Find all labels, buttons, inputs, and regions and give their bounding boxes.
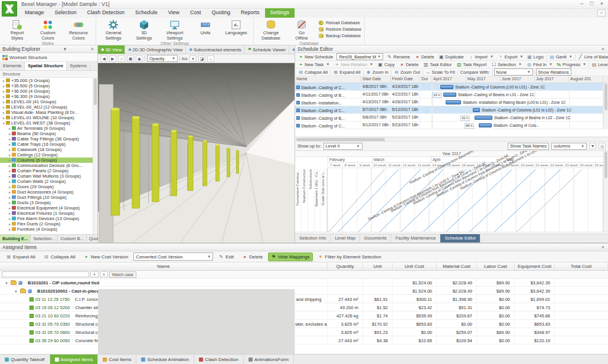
tree-item-curtain-wall-mullions-3-groups[interactable]: ▸Curtain Wall Mullions (3 Groups) bbox=[0, 173, 97, 179]
row-expander-icon[interactable]: ▾ bbox=[14, 289, 18, 293]
menu-tab-settings[interactable]: Settings bbox=[265, 8, 295, 18]
toolbar-button-import[interactable]: ↓Import▼ bbox=[468, 54, 495, 60]
toolbar-button-leveling[interactable]: ▤Leveling▼ bbox=[590, 61, 608, 68]
assigned-item-row[interactable]: 03 15 05 12 5200Chamfer strip, wood, 1.9… bbox=[0, 303, 608, 311]
assigned-toolbar-hide-mappings[interactable]: ⚑Hide Mappings bbox=[268, 252, 312, 261]
tree-item-duct-accessories-4-groups[interactable]: ▸Duct Accessories (4 Groups) bbox=[0, 189, 97, 195]
ribbon-button-restore-database[interactable]: Restore Database bbox=[317, 26, 362, 32]
measure-icon[interactable]: ↔ bbox=[207, 55, 214, 62]
assigned-item-row[interactable]: 03 21 10 60 0220Reinforcing steel, in pl… bbox=[0, 311, 608, 320]
tree-expander-icon[interactable]: ▸ bbox=[8, 174, 12, 178]
tree-expander-icon[interactable]: ▸ bbox=[2, 100, 6, 104]
schedule-task-row[interactable]: Stadium -Installation...4/13/2017 08h4/2… bbox=[295, 99, 608, 106]
tree-item-35-500-5-groups[interactable]: ▸+35.500 (5 Groups) bbox=[0, 83, 97, 88]
tree-expander-icon[interactable]: ▸ bbox=[8, 227, 12, 231]
menu-tab-selection[interactable]: Selection bbox=[50, 8, 82, 18]
tree-item-35-000-3-groups[interactable]: ▸+35.000 (3 Groups) bbox=[0, 78, 97, 83]
tree-item-duct-fittings-10-groups[interactable]: ▸Duct Fittings (10 Groups) bbox=[0, 195, 97, 200]
assigned-column-quantity[interactable]: Quantity bbox=[328, 263, 363, 271]
workset-structure-bar[interactable]: Workset Structure bbox=[0, 53, 97, 62]
schedule-panel-tab-schedule-editor[interactable]: Schedule Editor bbox=[440, 234, 480, 242]
tree-item-fire-alarm-devices-13-groups[interactable]: ▸Fire Alarm Devices (13 Groups) bbox=[0, 216, 97, 221]
explorer-bottom-tab-selection[interactable]: Selection... bbox=[31, 235, 58, 242]
tree-expander-icon[interactable]: ▸ bbox=[8, 195, 12, 199]
assigned-column-material-cost[interactable]: Material Cost bbox=[437, 263, 477, 271]
ribbon-button-resource-colors[interactable]: ResourceColors bbox=[63, 18, 94, 41]
menu-tab-view[interactable]: View bbox=[163, 8, 185, 18]
save-view-icon[interactable]: ▣ bbox=[127, 55, 134, 62]
grid-column-dur[interactable]: Dur bbox=[420, 76, 432, 83]
show-task-names-button[interactable]: Show Task Names bbox=[508, 143, 549, 150]
schedule-task-row[interactable]: Stadium -Casting of B...5/8/2017 08h5/23… bbox=[295, 114, 608, 122]
toolbar-button-logic[interactable]: ▦Logic bbox=[525, 54, 545, 60]
toolbar-button-zoom-in[interactable]: ⊕Zoom In bbox=[365, 69, 390, 76]
tree-item-cable-tray-fittings-36-groups[interactable]: ▸Cable Tray Fittings (36 Groups) bbox=[0, 136, 97, 142]
toolbar-button-new-task[interactable]: +New Task▼ bbox=[297, 61, 331, 68]
assigned-item-row[interactable]: 03 31 05 70 0350Structural concrete, rea… bbox=[0, 320, 608, 328]
columns-combo[interactable]: columns▼ bbox=[551, 143, 587, 150]
explorer-tab-elements[interactable]: Elements bbox=[0, 62, 25, 70]
tree-expander-icon[interactable]: ▸ bbox=[8, 153, 12, 157]
home-view-icon[interactable]: ⌂ bbox=[118, 55, 125, 62]
ribbon-button-reload-database[interactable]: Reload Database bbox=[317, 19, 362, 26]
tree-item-ducts-3-groups[interactable]: ▸Ducts (3 Groups) bbox=[0, 200, 97, 205]
toolbar-button-export[interactable]: ↑Export▼ bbox=[497, 54, 525, 60]
show-up-to-select[interactable]: Level II▼ bbox=[323, 143, 362, 150]
tree-item-level-00-41-groups[interactable]: ▸LEVEL-00 (41 Groups) bbox=[0, 99, 97, 104]
menu-tab-schedule[interactable]: Schedule bbox=[130, 8, 163, 18]
tree-item-ceilings-12-groups[interactable]: ▸Ceilings (12 Groups) bbox=[0, 152, 97, 158]
collapse-ribbon-button[interactable]: ^ bbox=[597, 9, 606, 17]
toolbar-button-find-in[interactable]: ◎Find In▼ bbox=[525, 61, 554, 68]
tree-item-level-01-west-38-groups[interactable]: ▾LEVEL-01 WEST (38 Groups) bbox=[0, 120, 97, 126]
panel-menu-icon[interactable]: ▾ bbox=[63, 46, 68, 52]
assigned-toolbar-filter-by-element-selection[interactable]: ▼Filter by Element Selection bbox=[315, 252, 384, 261]
3d-viewport[interactable] bbox=[98, 63, 295, 242]
tree-expander-icon[interactable]: ▸ bbox=[2, 89, 6, 93]
name-filter-input[interactable] bbox=[2, 271, 89, 277]
opacity-dropdown[interactable]: Opacity▼ bbox=[147, 55, 178, 62]
viewport-tab-subcontracted-elements[interactable]: ◆Subcontracted elements bbox=[186, 45, 244, 54]
app-tab-animationsform[interactable]: AnimationsForm bbox=[244, 355, 294, 364]
tree-expander-icon[interactable]: ▸ bbox=[8, 132, 12, 136]
tree-expander-icon[interactable]: ▸ bbox=[8, 147, 12, 152]
lob-search-icon[interactable]: ◎ bbox=[599, 143, 606, 149]
menu-tab-reports[interactable]: Reports bbox=[236, 8, 265, 18]
toolbar-button-expand-all[interactable]: ⊞Expand All bbox=[332, 69, 361, 76]
app-tab-clash-detection[interactable]: Clash Detection bbox=[194, 355, 243, 364]
camera-icon[interactable]: ◉ bbox=[136, 55, 143, 62]
schedule-panel-tab-level-map[interactable]: Level Map bbox=[331, 234, 360, 242]
viewport-tab-schedule-viewer[interactable]: ⚑Schedule Viewer bbox=[245, 45, 289, 54]
button-show-relations[interactable]: Show Relations bbox=[536, 68, 571, 76]
explorer-bottom-tab-building-e[interactable]: Building E... bbox=[0, 235, 31, 242]
filter-combo-icon[interactable]: ▼ bbox=[90, 271, 99, 277]
viewport-tab-3d-view[interactable]: ◆3D View bbox=[98, 45, 125, 54]
tree-expander-icon[interactable]: ▸ bbox=[8, 217, 12, 221]
fov-settings-icon[interactable]: ▾ bbox=[189, 55, 197, 62]
tree-item-36-300-9-groups[interactable]: ▸+36.300 (9 Groups) bbox=[0, 94, 97, 99]
tree-item-cable-trays-16-groups[interactable]: ▸Cable Trays (16 Groups) bbox=[0, 142, 97, 147]
schedule-panel-tab-selection-info[interactable]: Selection Info bbox=[295, 234, 331, 242]
ribbon-button-3d-settings[interactable]: 3DSettings bbox=[129, 18, 159, 41]
assigned-item-row[interactable]: 03 35 29 60 0050Concrete finishing, wall… bbox=[0, 336, 608, 345]
viewport-tab-2d-3d-orthographic-view[interactable]: ◆2D:3D Orthographic View bbox=[125, 45, 186, 54]
tree-expander-icon[interactable]: ▸ bbox=[8, 126, 12, 130]
tree-expander-icon[interactable]: ▸ bbox=[8, 158, 12, 162]
app-tab-cost-items[interactable]: Cost Items bbox=[98, 355, 136, 364]
tree-expander-icon[interactable]: ▸ bbox=[2, 94, 6, 99]
tree-expander-icon[interactable]: ▸ bbox=[8, 163, 12, 168]
schedule-task-row[interactable]: Stadium -Casting of C...4/8/2017 08h4/19… bbox=[295, 83, 608, 91]
forward-icon[interactable]: ▶ bbox=[109, 55, 116, 62]
schedule-panel-tab-documents[interactable]: Documents bbox=[360, 234, 391, 242]
toolbar-button-duplicate[interactable]: ▣Duplicate bbox=[437, 54, 465, 60]
assigned-column-total-cost[interactable]: Total Cost bbox=[555, 263, 608, 271]
ribbon-button-general-settings[interactable]: GeneralSettings bbox=[98, 18, 129, 41]
grid-column-finish-date[interactable]: Finish Date bbox=[391, 76, 420, 83]
tree-expander-icon[interactable]: ▸ bbox=[8, 211, 12, 215]
toolbar-button-scale-to-fit[interactable]: ↔Scale To Fit bbox=[424, 69, 456, 76]
ribbon-button-languages[interactable]: AtLanguages bbox=[221, 18, 251, 36]
toolbar-button-compare-with[interactable]: Compare With: bbox=[459, 69, 491, 76]
assigned-item-row[interactable]: ▾B10102010002 - Cast-in-place concrete c… bbox=[0, 287, 608, 295]
toolbar-button-gantt[interactable]: ▤Gantt▼ bbox=[548, 54, 573, 60]
tree-item-curtain-walls-2-groups[interactable]: ▸Curtain Walls (2 Groups) bbox=[0, 179, 97, 184]
toolbar-button-task-report[interactable]: ▧Task Report bbox=[455, 61, 488, 68]
